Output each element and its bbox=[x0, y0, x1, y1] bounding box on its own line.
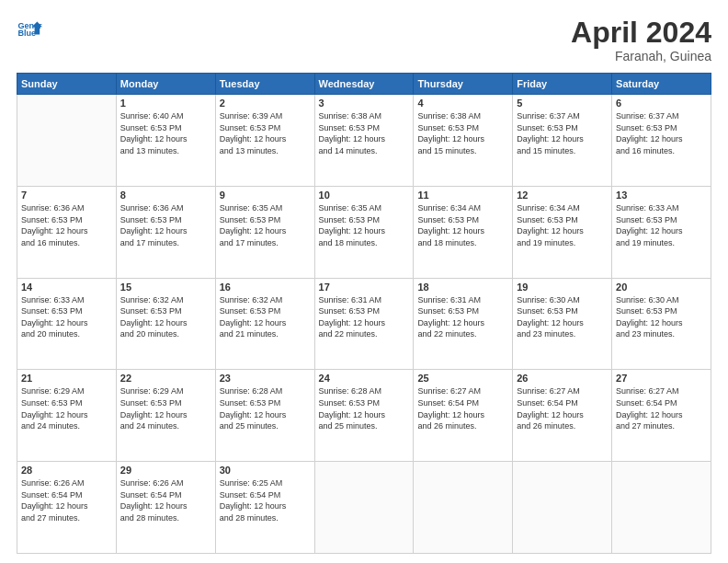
day-info: Sunrise: 6:38 AM Sunset: 6:53 PM Dayligh… bbox=[417, 110, 508, 156]
day-number: 20 bbox=[616, 282, 707, 293]
day-number: 26 bbox=[517, 373, 608, 384]
day-info: Sunrise: 6:28 AM Sunset: 6:53 PM Dayligh… bbox=[319, 385, 410, 431]
day-number: 11 bbox=[417, 190, 508, 201]
calendar-cell: 20Sunrise: 6:30 AM Sunset: 6:53 PM Dayli… bbox=[612, 278, 711, 370]
calendar-cell: 25Sunrise: 6:27 AM Sunset: 6:54 PM Dayli… bbox=[414, 370, 513, 462]
calendar-cell: 19Sunrise: 6:30 AM Sunset: 6:53 PM Dayli… bbox=[513, 278, 612, 370]
calendar-table: SundayMondayTuesdayWednesdayThursdayFrid… bbox=[17, 73, 711, 554]
day-number: 16 bbox=[220, 282, 311, 293]
day-number: 5 bbox=[517, 98, 608, 109]
calendar-cell bbox=[414, 462, 513, 554]
day-number: 10 bbox=[319, 190, 410, 201]
calendar-week-row: 21Sunrise: 6:29 AM Sunset: 6:53 PM Dayli… bbox=[17, 370, 711, 462]
calendar-cell: 26Sunrise: 6:27 AM Sunset: 6:54 PM Dayli… bbox=[513, 370, 612, 462]
calendar-cell: 15Sunrise: 6:32 AM Sunset: 6:53 PM Dayli… bbox=[116, 278, 215, 370]
day-info: Sunrise: 6:37 AM Sunset: 6:53 PM Dayligh… bbox=[517, 110, 608, 156]
calendar-cell: 28Sunrise: 6:26 AM Sunset: 6:54 PM Dayli… bbox=[17, 462, 117, 554]
day-info: Sunrise: 6:26 AM Sunset: 6:54 PM Dayligh… bbox=[21, 477, 112, 523]
calendar-week-row: 28Sunrise: 6:26 AM Sunset: 6:54 PM Dayli… bbox=[17, 462, 711, 554]
day-number: 14 bbox=[21, 282, 112, 293]
day-info: Sunrise: 6:27 AM Sunset: 6:54 PM Dayligh… bbox=[616, 385, 707, 431]
day-number: 1 bbox=[120, 98, 211, 109]
calendar-week-row: 14Sunrise: 6:33 AM Sunset: 6:53 PM Dayli… bbox=[17, 278, 711, 370]
calendar-cell: 8Sunrise: 6:36 AM Sunset: 6:53 PM Daylig… bbox=[116, 186, 215, 278]
day-info: Sunrise: 6:27 AM Sunset: 6:54 PM Dayligh… bbox=[517, 385, 608, 431]
day-number: 18 bbox=[417, 282, 508, 293]
day-info: Sunrise: 6:38 AM Sunset: 6:53 PM Dayligh… bbox=[319, 110, 410, 156]
calendar-week-row: 7Sunrise: 6:36 AM Sunset: 6:53 PM Daylig… bbox=[17, 186, 711, 278]
day-info: Sunrise: 6:34 AM Sunset: 6:53 PM Dayligh… bbox=[517, 202, 608, 248]
day-number: 8 bbox=[120, 190, 211, 201]
day-info: Sunrise: 6:29 AM Sunset: 6:53 PM Dayligh… bbox=[120, 385, 211, 431]
day-info: Sunrise: 6:32 AM Sunset: 6:53 PM Dayligh… bbox=[220, 294, 311, 340]
calendar-header-wednesday: Wednesday bbox=[314, 74, 414, 95]
calendar-cell: 11Sunrise: 6:34 AM Sunset: 6:53 PM Dayli… bbox=[414, 186, 513, 278]
calendar-cell bbox=[314, 462, 414, 554]
day-info: Sunrise: 6:27 AM Sunset: 6:54 PM Dayligh… bbox=[417, 385, 508, 431]
calendar-header-tuesday: Tuesday bbox=[215, 74, 314, 95]
calendar-cell: 10Sunrise: 6:35 AM Sunset: 6:53 PM Dayli… bbox=[314, 186, 414, 278]
day-number: 25 bbox=[417, 373, 508, 384]
calendar-cell: 14Sunrise: 6:33 AM Sunset: 6:53 PM Dayli… bbox=[17, 278, 117, 370]
day-number: 6 bbox=[616, 98, 707, 109]
calendar-cell: 2Sunrise: 6:39 AM Sunset: 6:53 PM Daylig… bbox=[215, 95, 314, 187]
calendar-cell: 7Sunrise: 6:36 AM Sunset: 6:53 PM Daylig… bbox=[17, 186, 117, 278]
calendar-cell: 16Sunrise: 6:32 AM Sunset: 6:53 PM Dayli… bbox=[215, 278, 314, 370]
day-number: 23 bbox=[220, 373, 311, 384]
calendar-cell bbox=[513, 462, 612, 554]
calendar-header-row: SundayMondayTuesdayWednesdayThursdayFrid… bbox=[17, 74, 711, 95]
day-number: 7 bbox=[21, 190, 112, 201]
calendar-cell: 18Sunrise: 6:31 AM Sunset: 6:53 PM Dayli… bbox=[414, 278, 513, 370]
calendar-cell: 30Sunrise: 6:25 AM Sunset: 6:54 PM Dayli… bbox=[215, 462, 314, 554]
day-number: 9 bbox=[220, 190, 311, 201]
calendar-cell: 12Sunrise: 6:34 AM Sunset: 6:53 PM Dayli… bbox=[513, 186, 612, 278]
day-number: 15 bbox=[120, 282, 211, 293]
day-info: Sunrise: 6:35 AM Sunset: 6:53 PM Dayligh… bbox=[220, 202, 311, 248]
day-info: Sunrise: 6:34 AM Sunset: 6:53 PM Dayligh… bbox=[417, 202, 508, 248]
title-block: April 2024 Faranah, Guinea bbox=[571, 17, 711, 63]
calendar-header-thursday: Thursday bbox=[414, 74, 513, 95]
day-info: Sunrise: 6:26 AM Sunset: 6:54 PM Dayligh… bbox=[120, 477, 211, 523]
calendar-header-monday: Monday bbox=[116, 74, 215, 95]
day-info: Sunrise: 6:39 AM Sunset: 6:53 PM Dayligh… bbox=[220, 110, 311, 156]
day-number: 3 bbox=[319, 98, 410, 109]
calendar-cell: 24Sunrise: 6:28 AM Sunset: 6:53 PM Dayli… bbox=[314, 370, 414, 462]
day-number: 21 bbox=[21, 373, 112, 384]
day-number: 13 bbox=[616, 190, 707, 201]
calendar-cell: 22Sunrise: 6:29 AM Sunset: 6:53 PM Dayli… bbox=[116, 370, 215, 462]
calendar-cell: 6Sunrise: 6:37 AM Sunset: 6:53 PM Daylig… bbox=[612, 95, 711, 187]
calendar-cell: 29Sunrise: 6:26 AM Sunset: 6:54 PM Dayli… bbox=[116, 462, 215, 554]
day-info: Sunrise: 6:33 AM Sunset: 6:53 PM Dayligh… bbox=[21, 294, 112, 340]
calendar-cell: 23Sunrise: 6:28 AM Sunset: 6:53 PM Dayli… bbox=[215, 370, 314, 462]
day-info: Sunrise: 6:37 AM Sunset: 6:53 PM Dayligh… bbox=[616, 110, 707, 156]
calendar-header-friday: Friday bbox=[513, 74, 612, 95]
day-number: 30 bbox=[220, 465, 311, 476]
day-number: 19 bbox=[517, 282, 608, 293]
day-number: 2 bbox=[220, 98, 311, 109]
day-info: Sunrise: 6:33 AM Sunset: 6:53 PM Dayligh… bbox=[616, 202, 707, 248]
day-info: Sunrise: 6:31 AM Sunset: 6:53 PM Dayligh… bbox=[417, 294, 508, 340]
day-info: Sunrise: 6:25 AM Sunset: 6:54 PM Dayligh… bbox=[220, 477, 311, 523]
day-info: Sunrise: 6:36 AM Sunset: 6:53 PM Dayligh… bbox=[120, 202, 211, 248]
day-number: 4 bbox=[417, 98, 508, 109]
day-info: Sunrise: 6:30 AM Sunset: 6:53 PM Dayligh… bbox=[616, 294, 707, 340]
calendar-title: April 2024 bbox=[571, 17, 711, 49]
calendar-location: Faranah, Guinea bbox=[571, 49, 711, 63]
calendar-week-row: 1Sunrise: 6:40 AM Sunset: 6:53 PM Daylig… bbox=[17, 95, 711, 187]
calendar-header-sunday: Sunday bbox=[17, 74, 117, 95]
calendar-cell: 17Sunrise: 6:31 AM Sunset: 6:53 PM Dayli… bbox=[314, 278, 414, 370]
day-info: Sunrise: 6:29 AM Sunset: 6:53 PM Dayligh… bbox=[21, 385, 112, 431]
calendar-cell: 3Sunrise: 6:38 AM Sunset: 6:53 PM Daylig… bbox=[314, 95, 414, 187]
calendar-cell: 5Sunrise: 6:37 AM Sunset: 6:53 PM Daylig… bbox=[513, 95, 612, 187]
day-number: 24 bbox=[319, 373, 410, 384]
calendar-cell: 27Sunrise: 6:27 AM Sunset: 6:54 PM Dayli… bbox=[612, 370, 711, 462]
day-info: Sunrise: 6:40 AM Sunset: 6:53 PM Dayligh… bbox=[120, 110, 211, 156]
day-number: 29 bbox=[120, 465, 211, 476]
day-number: 12 bbox=[517, 190, 608, 201]
day-info: Sunrise: 6:32 AM Sunset: 6:53 PM Dayligh… bbox=[120, 294, 211, 340]
calendar-cell: 13Sunrise: 6:33 AM Sunset: 6:53 PM Dayli… bbox=[612, 186, 711, 278]
calendar-cell: 21Sunrise: 6:29 AM Sunset: 6:53 PM Dayli… bbox=[17, 370, 117, 462]
page-header: General Blue April 2024 Faranah, Guinea bbox=[17, 17, 711, 63]
calendar-header-saturday: Saturday bbox=[612, 74, 711, 95]
day-number: 27 bbox=[616, 373, 707, 384]
